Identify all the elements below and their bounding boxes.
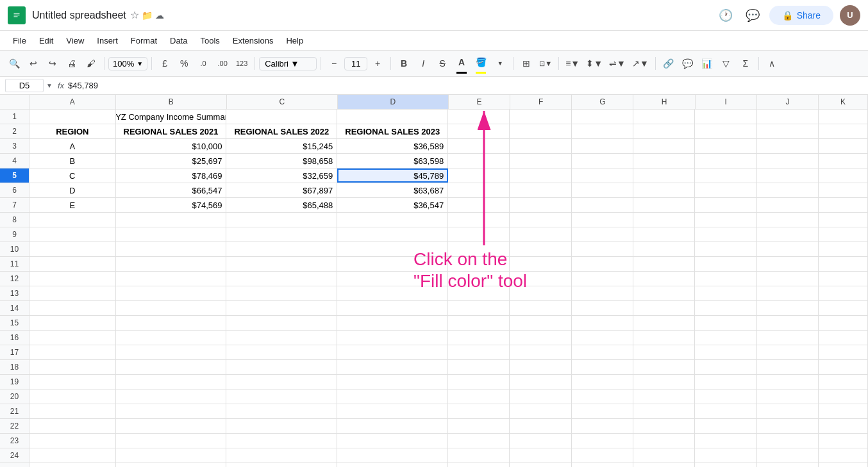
cell-h25[interactable] [633, 463, 695, 467]
borders-button[interactable]: ⊞ [517, 54, 535, 72]
history-button[interactable]: 🕐 [715, 5, 736, 26]
col-header-i[interactable]: I [696, 95, 757, 109]
cell-d9[interactable] [337, 227, 448, 242]
cell-k2[interactable] [819, 124, 868, 138]
cell-j20[interactable] [757, 389, 819, 404]
cell-f20[interactable] [510, 389, 571, 404]
halign-button[interactable]: ≡▼ [563, 54, 582, 72]
cell-h6[interactable] [633, 183, 695, 197]
cell-f6[interactable] [510, 183, 571, 197]
cell-i20[interactable] [695, 389, 756, 404]
star-icon[interactable]: ☆ [130, 9, 139, 21]
cell-c13[interactable] [226, 286, 337, 300]
cell-b8[interactable] [116, 213, 227, 227]
cell-h23[interactable] [633, 434, 695, 448]
cell-a10[interactable] [29, 242, 116, 256]
row-num-16[interactable]: 16 [0, 331, 29, 345]
cell-c5[interactable]: $32,659 [226, 168, 337, 183]
cell-d13[interactable] [337, 286, 448, 300]
font-selector[interactable]: Calibri ▼ [259, 57, 317, 70]
cell-g5[interactable] [572, 168, 633, 183]
cell-g13[interactable] [572, 286, 633, 300]
col-header-h[interactable]: H [633, 95, 695, 109]
cell-e12[interactable] [448, 272, 510, 286]
cell-i12[interactable] [695, 272, 756, 286]
formula-input[interactable] [68, 81, 863, 90]
cell-h20[interactable] [633, 389, 695, 404]
cell-h9[interactable] [633, 227, 695, 242]
cell-k17[interactable] [819, 345, 868, 359]
cell-g10[interactable] [572, 242, 633, 256]
col-header-d[interactable]: D [338, 95, 449, 109]
cell-i14[interactable] [695, 301, 756, 315]
cell-c4[interactable]: $98,658 [226, 154, 337, 168]
cell-g25[interactable] [572, 463, 633, 467]
cell-k22[interactable] [819, 419, 868, 433]
cell-d25[interactable] [337, 463, 448, 467]
cell-g8[interactable] [572, 213, 633, 227]
cell-a21[interactable] [29, 404, 116, 418]
cell-e25[interactable] [448, 463, 510, 467]
share-button[interactable]: 🔒 Share [769, 6, 833, 25]
cell-a14[interactable] [29, 301, 116, 315]
cell-j17[interactable] [757, 345, 819, 359]
comment-button[interactable]: 💬 [679, 54, 697, 72]
cell-e18[interactable] [448, 360, 510, 374]
cell-g7[interactable] [572, 198, 633, 212]
cell-i3[interactable] [695, 139, 756, 153]
cell-i8[interactable] [695, 213, 756, 227]
cell-g23[interactable] [572, 434, 633, 448]
cell-f15[interactable] [510, 316, 571, 330]
cell-g6[interactable] [572, 183, 633, 197]
row-num-21[interactable]: 21 [0, 404, 29, 418]
cell-h18[interactable] [633, 360, 695, 374]
number-format-button[interactable]: 123 [233, 54, 251, 72]
cell-k23[interactable] [819, 434, 868, 448]
cell-e8[interactable] [448, 213, 510, 227]
cell-c16[interactable] [226, 331, 337, 345]
cell-d20[interactable] [337, 389, 448, 404]
cell-c9[interactable] [226, 227, 337, 242]
row-num-18[interactable]: 18 [0, 360, 29, 374]
row-num-5[interactable]: 5 [0, 168, 29, 183]
cell-b1[interactable]: XYZ Company Income Summary [116, 110, 227, 124]
cell-f9[interactable] [510, 227, 571, 242]
cell-k25[interactable] [819, 463, 868, 467]
cell-c2[interactable]: REGIONAL SALES 2022 [226, 124, 337, 138]
spreadsheet-title[interactable]: Untitled spreadsheet [32, 10, 126, 21]
cell-f3[interactable] [510, 139, 571, 153]
cell-i5[interactable] [695, 168, 756, 183]
cell-c8[interactable] [226, 213, 337, 227]
cell-e14[interactable] [448, 301, 510, 315]
col-header-g[interactable]: G [572, 95, 633, 109]
cell-h14[interactable] [633, 301, 695, 315]
cell-k21[interactable] [819, 404, 868, 418]
cell-g3[interactable] [572, 139, 633, 153]
cell-d24[interactable] [337, 448, 448, 463]
cell-g14[interactable] [572, 301, 633, 315]
cell-d19[interactable] [337, 375, 448, 389]
col-header-c[interactable]: C [227, 95, 338, 109]
cell-i4[interactable] [695, 154, 756, 168]
strikethrough-button[interactable]: S [433, 54, 451, 72]
cell-a4[interactable]: B [29, 154, 116, 168]
merge-cells-button[interactable]: ⊡▼ [537, 54, 555, 72]
currency-button[interactable]: £ [156, 54, 174, 72]
cell-j21[interactable] [757, 404, 819, 418]
cell-i13[interactable] [695, 286, 756, 300]
cell-j11[interactable] [757, 257, 819, 271]
col-header-f[interactable]: F [510, 95, 572, 109]
menu-file[interactable]: File [8, 34, 31, 47]
text-color-button[interactable]: A [453, 53, 471, 71]
cell-c17[interactable] [226, 345, 337, 359]
cell-a16[interactable] [29, 331, 116, 345]
cell-g12[interactable] [572, 272, 633, 286]
fill-color-dropdown[interactable]: ▼ [491, 54, 509, 72]
cell-a18[interactable] [29, 360, 116, 374]
cell-b7[interactable]: $74,569 [116, 198, 227, 212]
cell-a15[interactable] [29, 316, 116, 330]
cell-h5[interactable] [633, 168, 695, 183]
cell-g21[interactable] [572, 404, 633, 418]
cell-g11[interactable] [572, 257, 633, 271]
cell-c25[interactable] [226, 463, 337, 467]
